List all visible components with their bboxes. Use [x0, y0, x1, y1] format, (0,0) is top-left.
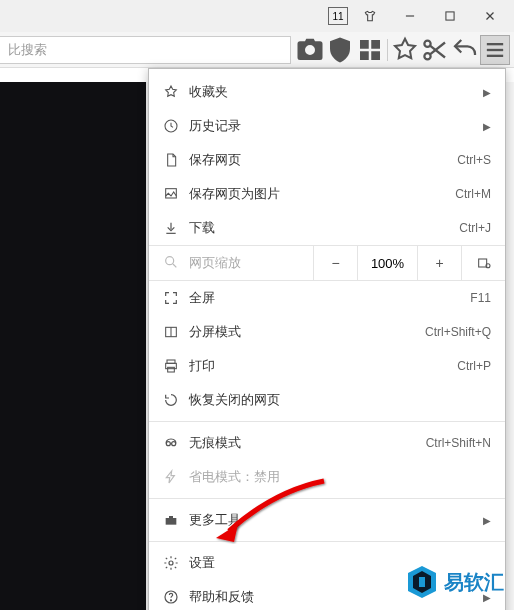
menu-zoom-row: 网页缩放 − 100% + — [149, 245, 505, 281]
chevron-right-icon: ▶ — [483, 515, 491, 526]
svg-point-9 — [424, 53, 430, 59]
svg-rect-1 — [446, 12, 454, 20]
menu-label: 省电模式：禁用 — [189, 468, 491, 486]
menu-fullscreen[interactable]: 全屏 F11 — [149, 281, 505, 315]
menu-label: 更多工具 — [189, 511, 475, 529]
zoom-value: 100% — [357, 246, 417, 280]
menu-shortcut: Ctrl+P — [457, 359, 491, 373]
svg-point-31 — [170, 600, 171, 601]
menu-label: 全屏 — [189, 289, 470, 307]
svg-rect-28 — [166, 518, 177, 525]
svg-rect-6 — [360, 51, 369, 60]
minimize-button[interactable] — [392, 2, 428, 30]
menu-label: 保存网页为图片 — [189, 185, 455, 203]
svg-point-26 — [166, 442, 170, 446]
bolt-icon — [163, 469, 189, 485]
fullscreen-icon — [163, 290, 189, 306]
svg-point-29 — [169, 561, 173, 565]
scissors-icon[interactable] — [420, 35, 450, 65]
zoom-out-button[interactable]: − — [313, 246, 357, 280]
restore-icon — [163, 392, 189, 408]
split-icon — [163, 324, 189, 340]
watermark-logo-icon — [406, 564, 438, 600]
camera-icon[interactable] — [295, 35, 325, 65]
svg-rect-7 — [371, 51, 380, 60]
menu-label: 历史记录 — [189, 117, 475, 135]
window-titlebar: 11 — [0, 0, 514, 32]
tab-count-badge[interactable]: 11 — [328, 7, 348, 25]
menu-label: 收藏夹 — [189, 83, 475, 101]
menu-history[interactable]: 历史记录 ▶ — [149, 109, 505, 143]
clock-icon — [163, 118, 189, 134]
menu-downloads[interactable]: 下载 Ctrl+J — [149, 211, 505, 245]
menu-incognito[interactable]: 无痕模式 Ctrl+Shift+N — [149, 426, 505, 460]
print-icon — [163, 358, 189, 374]
gear-icon — [163, 555, 189, 571]
star-icon — [163, 84, 189, 100]
download-icon — [163, 220, 189, 236]
svg-rect-19 — [478, 259, 486, 267]
maximize-button[interactable] — [432, 2, 468, 30]
star-add-icon[interactable] — [390, 35, 420, 65]
chevron-right-icon: ▶ — [483, 87, 491, 98]
menu-label: 下载 — [189, 219, 459, 237]
close-button[interactable] — [472, 2, 508, 30]
svg-rect-4 — [360, 40, 369, 49]
svg-point-8 — [424, 40, 430, 46]
menu-save-as-image[interactable]: 保存网页为图片 Ctrl+M — [149, 177, 505, 211]
menu-bookmarks[interactable]: 收藏夹 ▶ — [149, 75, 505, 109]
menu-split-screen[interactable]: 分屏模式 Ctrl+Shift+Q — [149, 315, 505, 349]
menu-shortcut: Ctrl+J — [459, 221, 491, 235]
incognito-icon — [163, 435, 189, 451]
menu-shortcut: Ctrl+Shift+Q — [425, 325, 491, 339]
menu-print[interactable]: 打印 Ctrl+P — [149, 349, 505, 383]
svg-rect-5 — [371, 40, 380, 49]
menu-reopen-closed[interactable]: 恢复关闭的网页 — [149, 383, 505, 417]
menu-label: 无痕模式 — [189, 434, 426, 452]
magnifier-icon — [163, 254, 189, 273]
menu-button[interactable] — [480, 35, 510, 65]
menu-shortcut: Ctrl+Shift+N — [426, 436, 491, 450]
menu-more-tools[interactable]: 更多工具 ▶ — [149, 503, 505, 537]
page-background — [0, 82, 146, 610]
watermark: 易软汇 — [406, 564, 504, 600]
svg-line-18 — [173, 264, 176, 267]
svg-rect-25 — [168, 367, 175, 372]
main-menu: 收藏夹 ▶ 历史记录 ▶ 保存网页 Ctrl+S 保存网页为图片 Ctrl+M … — [148, 68, 506, 610]
svg-point-27 — [172, 442, 176, 446]
zoom-in-button[interactable]: + — [417, 246, 461, 280]
menu-powersave: 省电模式：禁用 — [149, 460, 505, 494]
toolbox-icon — [163, 512, 189, 528]
undo-icon[interactable] — [450, 35, 480, 65]
grid-icon[interactable] — [355, 35, 385, 65]
page-icon — [163, 152, 189, 168]
menu-shortcut: F11 — [470, 291, 491, 305]
menu-label: 打印 — [189, 357, 457, 375]
svg-point-17 — [166, 256, 174, 264]
menu-label: 分屏模式 — [189, 323, 425, 341]
browser-toolbar: 比搜索 — [0, 32, 514, 68]
search-input[interactable]: 比搜索 — [0, 36, 291, 64]
menu-label: 保存网页 — [189, 151, 457, 169]
menu-label: 恢复关闭的网页 — [189, 391, 491, 409]
watermark-text: 易软汇 — [444, 569, 504, 596]
zoom-settings-icon[interactable] — [461, 246, 505, 280]
zoom-label: 网页缩放 — [189, 254, 241, 272]
help-icon — [163, 589, 189, 605]
tshirt-icon[interactable] — [352, 2, 388, 30]
menu-shortcut: Ctrl+M — [455, 187, 491, 201]
chevron-right-icon: ▶ — [483, 121, 491, 132]
svg-rect-35 — [419, 577, 425, 587]
menu-shortcut: Ctrl+S — [457, 153, 491, 167]
menu-save-page[interactable]: 保存网页 Ctrl+S — [149, 143, 505, 177]
image-icon — [163, 186, 189, 202]
shield-icon[interactable] — [325, 35, 355, 65]
